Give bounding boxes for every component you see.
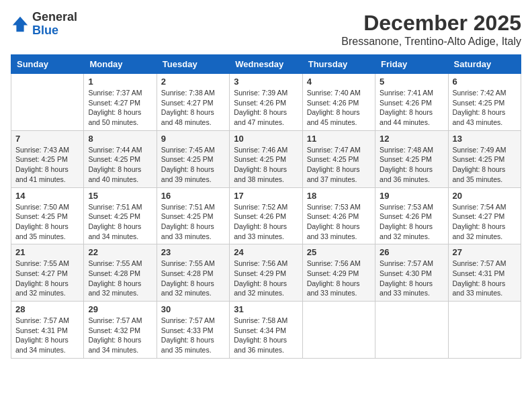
location-subtitle: Bressanone, Trentino-Alto Adige, Italy	[341, 36, 521, 48]
day-info: Sunrise: 7:53 AMSunset: 4:26 PMDaylight:…	[380, 202, 443, 242]
calendar-week-row: 1Sunrise: 7:37 AMSunset: 4:27 PMDaylight…	[11, 74, 521, 131]
day-info: Sunrise: 7:45 AMSunset: 4:25 PMDaylight:…	[161, 145, 225, 185]
day-number: 6	[453, 77, 517, 87]
day-info: Sunrise: 7:55 AMSunset: 4:28 PMDaylight:…	[88, 259, 152, 298]
logo: General Blue	[11, 11, 77, 38]
day-info: Sunrise: 7:55 AMSunset: 4:27 PMDaylight:…	[15, 259, 79, 298]
month-year-title: December 2025	[341, 11, 521, 36]
day-info: Sunrise: 7:41 AMSunset: 4:26 PMDaylight:…	[380, 88, 443, 128]
day-number: 30	[161, 304, 225, 314]
day-number: 4	[307, 77, 371, 87]
day-info: Sunrise: 7:57 AMSunset: 4:32 PMDaylight:…	[88, 316, 152, 355]
day-number: 25	[307, 247, 371, 257]
logo-blue-text: Blue	[32, 24, 77, 38]
calendar-cell: 18Sunrise: 7:53 AMSunset: 4:26 PMDayligh…	[302, 187, 375, 244]
day-info: Sunrise: 7:53 AMSunset: 4:26 PMDaylight:…	[307, 202, 371, 242]
calendar-week-row: 21Sunrise: 7:55 AMSunset: 4:27 PMDayligh…	[11, 244, 521, 302]
day-info: Sunrise: 7:58 AMSunset: 4:34 PMDaylight:…	[234, 316, 298, 355]
day-number: 11	[307, 134, 371, 144]
day-info: Sunrise: 7:49 AMSunset: 4:25 PMDaylight:…	[453, 145, 517, 185]
calendar-cell: 26Sunrise: 7:57 AMSunset: 4:30 PMDayligh…	[375, 244, 448, 302]
day-info: Sunrise: 7:46 AMSunset: 4:25 PMDaylight:…	[234, 145, 298, 185]
svg-marker-0	[13, 17, 28, 32]
day-info: Sunrise: 7:56 AMSunset: 4:29 PMDaylight:…	[307, 259, 371, 298]
calendar-cell	[302, 302, 375, 359]
calendar-cell: 3Sunrise: 7:39 AMSunset: 4:26 PMDaylight…	[230, 74, 302, 131]
day-number: 16	[161, 191, 225, 201]
calendar-cell: 2Sunrise: 7:38 AMSunset: 4:27 PMDaylight…	[157, 74, 229, 131]
calendar-week-row: 28Sunrise: 7:57 AMSunset: 4:31 PMDayligh…	[11, 302, 521, 359]
calendar-cell: 21Sunrise: 7:55 AMSunset: 4:27 PMDayligh…	[11, 244, 84, 302]
title-block: December 2025 Bressanone, Trentino-Alto …	[341, 11, 521, 48]
calendar-cell: 28Sunrise: 7:57 AMSunset: 4:31 PMDayligh…	[11, 302, 84, 359]
calendar-cell: 5Sunrise: 7:41 AMSunset: 4:26 PMDaylight…	[375, 74, 448, 131]
calendar-cell: 1Sunrise: 7:37 AMSunset: 4:27 PMDaylight…	[84, 74, 157, 131]
day-number: 2	[161, 77, 225, 87]
calendar-cell: 13Sunrise: 7:49 AMSunset: 4:25 PMDayligh…	[448, 130, 521, 187]
calendar-cell: 7Sunrise: 7:43 AMSunset: 4:25 PMDaylight…	[11, 130, 84, 187]
day-number: 29	[88, 304, 152, 314]
calendar-cell: 15Sunrise: 7:51 AMSunset: 4:25 PMDayligh…	[84, 187, 157, 244]
calendar-cell: 17Sunrise: 7:52 AMSunset: 4:26 PMDayligh…	[230, 187, 302, 244]
logo-general-text: General	[32, 11, 77, 24]
day-info: Sunrise: 7:54 AMSunset: 4:27 PMDaylight:…	[453, 202, 517, 242]
day-info: Sunrise: 7:57 AMSunset: 4:31 PMDaylight:…	[453, 259, 517, 298]
day-info: Sunrise: 7:56 AMSunset: 4:29 PMDaylight:…	[234, 259, 298, 298]
calendar-cell: 24Sunrise: 7:56 AMSunset: 4:29 PMDayligh…	[230, 244, 302, 302]
calendar-cell	[375, 302, 448, 359]
day-number: 17	[234, 191, 298, 201]
day-info: Sunrise: 7:55 AMSunset: 4:28 PMDaylight:…	[161, 259, 225, 298]
calendar-cell: 27Sunrise: 7:57 AMSunset: 4:31 PMDayligh…	[448, 244, 521, 302]
day-number: 13	[453, 134, 517, 144]
calendar-week-row: 14Sunrise: 7:50 AMSunset: 4:25 PMDayligh…	[11, 187, 521, 244]
day-number: 15	[88, 191, 152, 201]
day-info: Sunrise: 7:44 AMSunset: 4:25 PMDaylight:…	[88, 145, 152, 185]
day-info: Sunrise: 7:57 AMSunset: 4:30 PMDaylight:…	[380, 259, 443, 298]
logo-icon	[11, 15, 30, 34]
day-info: Sunrise: 7:48 AMSunset: 4:25 PMDaylight:…	[380, 145, 443, 185]
day-number: 22	[88, 247, 152, 257]
day-number: 19	[380, 191, 443, 201]
day-number: 27	[453, 247, 517, 257]
weekday-header-row: SundayMondayTuesdayWednesdayThursdayFrid…	[11, 55, 521, 74]
day-number: 10	[234, 134, 298, 144]
calendar-cell: 31Sunrise: 7:58 AMSunset: 4:34 PMDayligh…	[230, 302, 302, 359]
page-header: General Blue December 2025 Bressanone, T…	[11, 11, 521, 48]
day-info: Sunrise: 7:51 AMSunset: 4:25 PMDaylight:…	[88, 202, 152, 242]
weekday-header-friday: Friday	[375, 55, 448, 74]
day-number: 18	[307, 191, 371, 201]
day-number: 3	[234, 77, 298, 87]
day-number: 28	[15, 304, 79, 314]
day-info: Sunrise: 7:51 AMSunset: 4:25 PMDaylight:…	[161, 202, 225, 242]
day-info: Sunrise: 7:40 AMSunset: 4:26 PMDaylight:…	[307, 88, 371, 128]
day-info: Sunrise: 7:39 AMSunset: 4:26 PMDaylight:…	[234, 88, 298, 128]
calendar-cell: 22Sunrise: 7:55 AMSunset: 4:28 PMDayligh…	[84, 244, 157, 302]
calendar-week-row: 7Sunrise: 7:43 AMSunset: 4:25 PMDaylight…	[11, 130, 521, 187]
weekday-header-monday: Monday	[84, 55, 157, 74]
day-number: 23	[161, 247, 225, 257]
day-number: 12	[380, 134, 443, 144]
day-number: 7	[15, 134, 79, 144]
calendar-cell: 12Sunrise: 7:48 AMSunset: 4:25 PMDayligh…	[375, 130, 448, 187]
day-info: Sunrise: 7:50 AMSunset: 4:25 PMDaylight:…	[15, 202, 79, 242]
day-number: 14	[15, 191, 79, 201]
calendar-cell: 9Sunrise: 7:45 AMSunset: 4:25 PMDaylight…	[157, 130, 229, 187]
calendar-cell: 4Sunrise: 7:40 AMSunset: 4:26 PMDaylight…	[302, 74, 375, 131]
calendar-cell: 23Sunrise: 7:55 AMSunset: 4:28 PMDayligh…	[157, 244, 229, 302]
day-number: 31	[234, 304, 298, 314]
calendar-cell: 19Sunrise: 7:53 AMSunset: 4:26 PMDayligh…	[375, 187, 448, 244]
day-number: 8	[88, 134, 152, 144]
calendar-cell: 14Sunrise: 7:50 AMSunset: 4:25 PMDayligh…	[11, 187, 84, 244]
calendar-cell: 6Sunrise: 7:42 AMSunset: 4:25 PMDaylight…	[448, 74, 521, 131]
day-info: Sunrise: 7:52 AMSunset: 4:26 PMDaylight:…	[234, 202, 298, 242]
day-number: 24	[234, 247, 298, 257]
calendar-table: SundayMondayTuesdayWednesdayThursdayFrid…	[11, 54, 521, 359]
day-info: Sunrise: 7:43 AMSunset: 4:25 PMDaylight:…	[15, 145, 79, 185]
calendar-cell: 11Sunrise: 7:47 AMSunset: 4:25 PMDayligh…	[302, 130, 375, 187]
day-info: Sunrise: 7:57 AMSunset: 4:33 PMDaylight:…	[161, 316, 225, 355]
weekday-header-tuesday: Tuesday	[157, 55, 229, 74]
weekday-header-saturday: Saturday	[448, 55, 521, 74]
calendar-cell: 20Sunrise: 7:54 AMSunset: 4:27 PMDayligh…	[448, 187, 521, 244]
calendar-cell: 29Sunrise: 7:57 AMSunset: 4:32 PMDayligh…	[84, 302, 157, 359]
calendar-cell: 30Sunrise: 7:57 AMSunset: 4:33 PMDayligh…	[157, 302, 229, 359]
